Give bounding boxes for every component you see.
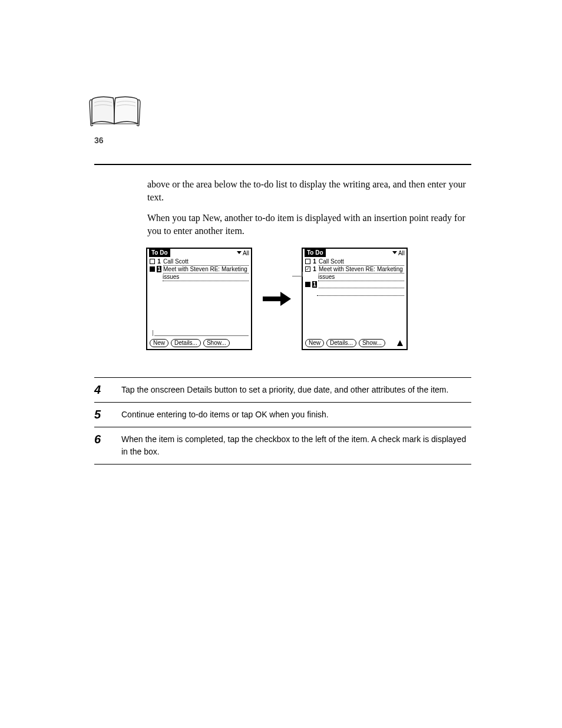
show-button[interactable]: Show...: [359, 339, 385, 347]
checkbox-icon[interactable]: [150, 259, 155, 264]
list-item[interactable]: 1 Meet with Steven RE: Marketing: [305, 266, 404, 274]
palm-screen-before: To Do All 1 Call Scott: [146, 248, 252, 350]
category-label: All: [243, 250, 249, 256]
step-text: Continue entering to-do items or tap OK …: [121, 409, 471, 421]
list-item[interactable]: 1 Call Scott: [150, 258, 249, 266]
checkbox-icon[interactable]: [150, 266, 155, 272]
step-text: When the item is completed, tap the chec…: [121, 433, 471, 458]
open-book-icon: [88, 94, 141, 131]
intro-text: above or the area below the to-do list t…: [147, 178, 477, 245]
scroll-up-icon[interactable]: [397, 340, 403, 347]
app-title: To Do: [305, 249, 326, 257]
step-number: 4: [94, 384, 110, 396]
list-item-continuation: issues: [163, 274, 249, 281]
list-area: 1 Call Scott 1 Meet with Steven RE: Mark…: [147, 257, 251, 281]
blank-input-line[interactable]: [317, 289, 404, 296]
callout-leader-line: [154, 335, 249, 336]
priority-label[interactable]: 1: [312, 281, 317, 288]
button-row: New Details... Show...: [305, 339, 385, 347]
intro-paragraph-1: above or the area below the to-do list t…: [147, 178, 477, 203]
step-row: 4 Tap the onscreen Details button to set…: [94, 377, 471, 402]
list-item[interactable]: 1 Meet with Steven RE: Marketing: [150, 266, 249, 274]
priority-label[interactable]: 1: [312, 266, 317, 272]
chevron-down-icon: [237, 251, 242, 255]
new-button[interactable]: New: [150, 339, 168, 347]
details-button[interactable]: Details...: [171, 339, 201, 347]
palm-screen-after: To Do All 1 Call Scott: [302, 248, 408, 350]
right-arrow-icon: [263, 292, 291, 306]
document-page: 36 above or the area below the to-do lis…: [0, 0, 562, 728]
list-area: 1 Call Scott 1 Meet with Steven RE: Mark…: [303, 257, 406, 296]
step-row: 5 Continue entering to-do items or tap O…: [94, 402, 471, 427]
svg-marker-4: [397, 340, 403, 346]
checkbox-icon[interactable]: [305, 282, 310, 287]
titlebar: To Do All: [147, 249, 251, 257]
button-row: New Details... Show...: [150, 339, 230, 347]
callout-leader-line: [292, 276, 303, 276]
item-text-continuation[interactable]: issues: [318, 274, 404, 281]
titlebar: To Do All: [303, 249, 406, 257]
item-text[interactable]: [319, 281, 404, 288]
priority-label[interactable]: 1: [157, 266, 161, 272]
chevron-down-icon: [392, 251, 397, 255]
item-text-continuation[interactable]: issues: [163, 274, 249, 281]
screenshot-pair: To Do All 1 Call Scott: [146, 248, 417, 350]
svg-marker-3: [392, 251, 397, 254]
steps-table: 4 Tap the onscreen Details button to set…: [94, 377, 471, 465]
app-title: To Do: [149, 249, 170, 257]
list-item-continuation: issues: [318, 274, 404, 281]
new-button[interactable]: New: [305, 339, 324, 347]
list-item[interactable]: 1 Call Scott: [305, 258, 404, 266]
category-dropdown[interactable]: All: [237, 250, 249, 256]
svg-marker-0: [237, 251, 242, 254]
item-text[interactable]: Call Scott: [163, 258, 249, 266]
show-button[interactable]: Show...: [203, 339, 230, 347]
checkbox-icon[interactable]: [305, 266, 310, 272]
svg-rect-1: [263, 297, 280, 301]
step-text: Tap the onscreen Details button to set a…: [121, 384, 471, 396]
category-label: All: [398, 250, 405, 256]
priority-label[interactable]: 1: [312, 258, 317, 265]
page-number: 36: [94, 136, 104, 145]
item-text[interactable]: Meet with Steven RE: Marketing: [319, 266, 404, 274]
checkbox-icon[interactable]: [305, 259, 310, 264]
top-divider: [94, 164, 471, 165]
step-number: 6: [94, 433, 110, 458]
category-dropdown[interactable]: All: [392, 250, 405, 256]
intro-paragraph-2: When you tap New, another to-do item is …: [147, 212, 477, 237]
details-button[interactable]: Details...: [326, 339, 356, 347]
list-item-new[interactable]: 1: [305, 281, 404, 288]
item-text[interactable]: Call Scott: [319, 258, 404, 266]
svg-marker-2: [280, 292, 291, 306]
priority-label[interactable]: 1: [157, 258, 161, 265]
step-number: 5: [94, 409, 110, 421]
step-row: 6 When the item is completed, tap the ch…: [94, 427, 471, 465]
item-text[interactable]: Meet with Steven RE: Marketing: [163, 266, 249, 274]
